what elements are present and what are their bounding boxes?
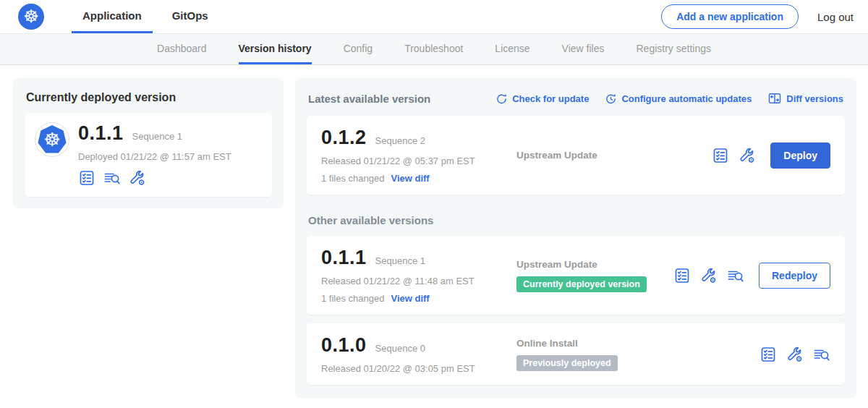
view-logs-icon[interactable] bbox=[813, 346, 830, 363]
version-info: 0.1.0 Sequence 0 Released 01/20/22 @ 03:… bbox=[321, 334, 503, 374]
preflight-checks-icon[interactable] bbox=[760, 346, 777, 363]
version-card-0-1-1: 0.1.1 Sequence 1 Released 01/21/22 @ 11:… bbox=[307, 236, 845, 315]
released-timestamp: Released 01/21/22 @ 05:37 pm EST bbox=[321, 156, 503, 166]
redeploy-button[interactable]: Redeploy bbox=[759, 263, 830, 289]
view-diff-link[interactable]: View diff bbox=[391, 173, 429, 184]
tab-registry-settings[interactable]: Registry settings bbox=[637, 34, 711, 64]
tab-gitops[interactable]: GitOps bbox=[161, 0, 219, 33]
version-info: 0.1.2 Sequence 2 Released 01/21/22 @ 05:… bbox=[321, 127, 503, 184]
edit-config-icon[interactable] bbox=[739, 147, 756, 164]
tab-license[interactable]: License bbox=[495, 34, 529, 64]
edit-config-icon[interactable] bbox=[700, 267, 718, 284]
files-changed-label: 1 files changed bbox=[321, 173, 384, 184]
version-actions: Check for update Configure automatic upd… bbox=[495, 91, 843, 106]
version-card-actions: Deploy bbox=[712, 143, 830, 169]
configure-updates-label: Configure automatic updates bbox=[621, 93, 752, 104]
previously-deployed-badge: Previously deployed bbox=[516, 355, 618, 371]
preflight-checks-icon[interactable] bbox=[78, 169, 95, 187]
deploy-button[interactable]: Deploy bbox=[770, 143, 830, 169]
clock-refresh-icon bbox=[605, 93, 617, 105]
tab-config[interactable]: Config bbox=[344, 34, 373, 64]
version-number: 0.1.0 bbox=[321, 334, 367, 357]
view-diff-link[interactable]: View diff bbox=[391, 293, 429, 304]
configure-automatic-updates-link[interactable]: Configure automatic updates bbox=[605, 93, 752, 105]
add-application-button[interactable]: Add a new application bbox=[661, 4, 799, 29]
diff-icon bbox=[767, 91, 782, 106]
diff-versions-label: Diff versions bbox=[786, 93, 843, 104]
refresh-icon bbox=[495, 93, 508, 105]
tab-dashboard[interactable]: Dashboard bbox=[157, 34, 207, 64]
sequence-label: Sequence 1 bbox=[375, 255, 425, 266]
other-versions-title: Other available versions bbox=[308, 214, 843, 226]
preflight-checks-icon[interactable] bbox=[712, 147, 729, 164]
latest-available-title: Latest available version bbox=[308, 93, 430, 105]
files-changed-label: 1 files changed bbox=[321, 293, 384, 304]
version-source: Upstream Update Currently deployed versi… bbox=[503, 259, 665, 292]
currently-deployed-title: Currently deployed version bbox=[26, 91, 272, 104]
versions-panel-header: Latest available version Check for updat… bbox=[308, 91, 843, 106]
version-info: 0.1.1 Sequence 1 Released 01/21/22 @ 11:… bbox=[321, 247, 503, 304]
deployed-version-info: 0.1.1 Sequence 1 Deployed 01/21/22 @ 11:… bbox=[78, 122, 231, 187]
version-card-0-1-0: 0.1.0 Sequence 0 Released 01/20/22 @ 03:… bbox=[307, 323, 845, 385]
check-for-update-label: Check for update bbox=[512, 93, 589, 104]
source-label: Upstream Update bbox=[516, 150, 703, 161]
deployed-sequence-label: Sequence 1 bbox=[132, 131, 182, 142]
edit-config-icon[interactable] bbox=[786, 346, 804, 363]
version-source: Online Install Previously deployed bbox=[503, 338, 751, 371]
preflight-checks-icon[interactable] bbox=[673, 267, 691, 284]
currently-deployed-panel: Currently deployed version ☸ 0.1.1 Seque… bbox=[13, 78, 284, 208]
source-label: Online Install bbox=[516, 338, 751, 349]
top-bar: ☸ Application GitOps Add a new applicati… bbox=[0, 0, 868, 34]
tab-version-history[interactable]: Version history bbox=[239, 34, 312, 64]
version-card-actions: Redeploy bbox=[673, 263, 830, 289]
deployed-action-icons bbox=[78, 169, 231, 187]
sequence-label: Sequence 0 bbox=[375, 343, 425, 354]
kubernetes-logo-icon: ☸ bbox=[18, 4, 44, 30]
tab-troubleshoot[interactable]: Troubleshoot bbox=[404, 34, 463, 64]
deployed-timestamp: Deployed 01/21/22 @ 11:57 am EST bbox=[78, 151, 231, 162]
edit-config-icon[interactable] bbox=[129, 169, 146, 187]
tab-gitops-label: GitOps bbox=[172, 9, 208, 22]
kubernetes-app-icon: ☸ bbox=[38, 125, 67, 154]
view-logs-icon[interactable] bbox=[727, 267, 744, 284]
tab-view-files[interactable]: View files bbox=[562, 34, 605, 64]
top-navigation: Application GitOps bbox=[72, 0, 219, 33]
diff-versions-link[interactable]: Diff versions bbox=[767, 91, 843, 106]
released-timestamp: Released 01/21/22 @ 11:48 am EST bbox=[321, 276, 503, 286]
version-number: 0.1.1 bbox=[321, 247, 367, 269]
deployed-version-number: 0.1.1 bbox=[78, 122, 124, 145]
version-number: 0.1.2 bbox=[321, 127, 367, 149]
version-card-actions bbox=[760, 346, 830, 363]
version-card-0-1-2: 0.1.2 Sequence 2 Released 01/21/22 @ 05:… bbox=[307, 116, 845, 195]
tab-application[interactable]: Application bbox=[72, 0, 153, 33]
app-sub-navigation: Dashboard Version history Config Trouble… bbox=[0, 34, 868, 65]
top-bar-right: Add a new application Log out bbox=[661, 0, 854, 33]
currently-deployed-badge: Currently deployed version bbox=[516, 276, 647, 292]
check-for-update-link[interactable]: Check for update bbox=[495, 93, 589, 105]
tab-application-label: Application bbox=[82, 9, 142, 22]
released-timestamp: Released 01/20/22 @ 03:05 pm EST bbox=[321, 363, 503, 374]
main-content: Currently deployed version ☸ 0.1.1 Seque… bbox=[0, 65, 868, 398]
logout-link[interactable]: Log out bbox=[817, 11, 854, 23]
sequence-label: Sequence 2 bbox=[375, 135, 425, 146]
view-logs-icon[interactable] bbox=[103, 169, 121, 187]
available-versions-panel: Latest available version Check for updat… bbox=[295, 78, 856, 398]
deployed-version-card: ☸ 0.1.1 Sequence 1 Deployed 01/21/22 @ 1… bbox=[25, 113, 272, 197]
version-source: Upstream Update bbox=[503, 150, 703, 161]
app-icon: ☸ bbox=[35, 122, 69, 157]
source-label: Upstream Update bbox=[516, 259, 665, 270]
